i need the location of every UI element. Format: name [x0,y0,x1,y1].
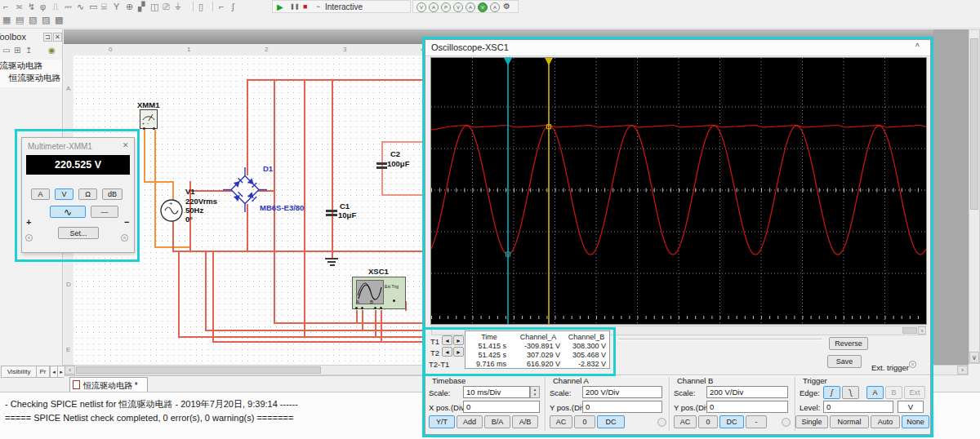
channel-a-zero-button[interactable]: 0 [574,415,595,428]
minus-terminal[interactable] [121,234,128,242]
component-icon[interactable]: ◫ [150,2,158,11]
channel-a-scale-input[interactable]: 200 V/Div [582,386,662,398]
component-icon[interactable]: ↯ [28,2,35,11]
falling-edge-button[interactable]: ʃ [842,386,859,399]
save-button[interactable]: Save [827,355,862,368]
run-button[interactable]: ▶ [277,2,283,11]
trigger-level-unit-select[interactable]: V [898,401,924,413]
multimeter-window[interactable]: Multimeter-XMM1 ✕ 220.525 V A V Ω dB ∿ —… [21,137,135,253]
xmm1-terminal[interactable] [143,127,145,130]
channel-b-terminal[interactable] [782,418,791,427]
scope-titlebar[interactable]: Oscilloscope-XSC1 ^ [425,40,930,56]
pause-button[interactable]: ❚❚ [290,3,300,10]
tree-item-project[interactable]: 恒流驱动电路 [0,60,63,72]
tab-visibility[interactable]: Visibility [1,366,37,378]
timebase-xpos-input[interactable]: 0 [463,401,540,413]
component-icon[interactable]: Y [114,2,119,11]
mode-ohm-button[interactable]: Ω [78,188,97,200]
xsc1-terminal[interactable] [355,307,358,309]
ba-mode-button[interactable]: B/A [484,415,510,428]
delete-icon[interactable]: ▯ [198,2,203,11]
capacitor-c1-plate[interactable] [326,214,337,216]
instant-voltage-probe-icon[interactable]: V [478,2,488,12]
reverse-button[interactable]: Reverse [829,337,868,350]
mode-volt-button[interactable]: V [55,188,74,200]
trigger-level-input[interactable]: 0 [823,401,893,413]
probe-settings-gear-icon[interactable]: ⚙ [503,2,510,11]
plus-terminal[interactable] [25,234,33,242]
component-icon[interactable]: ▞ [138,2,145,11]
up-icon[interactable]: ↥ [25,47,32,55]
scroll-right-button[interactable]: › [957,366,968,375]
component-icon[interactable]: φ [40,2,46,11]
hscroll-thumb[interactable] [76,366,321,374]
multimeter-component[interactable]: + − [140,109,158,129]
component-icon[interactable]: ∿ [77,2,84,11]
mode-ampere-button[interactable]: A [31,188,50,200]
channel-a-ac-button[interactable]: AC [550,415,572,428]
channel-b-dc-button[interactable]: DC [719,415,744,428]
graphic-tool-icon[interactable]: ▦ [2,16,11,24]
set-button[interactable]: Set... [58,227,99,239]
graphic-tool-icon[interactable]: ▩ [55,16,63,24]
component-icon[interactable]: ≍ [16,2,23,11]
open-icon[interactable]: ⊞ [14,47,20,55]
rising-edge-button[interactable]: ʃ [823,386,840,399]
trigger-source-ext-button[interactable]: Ext [904,386,925,399]
graphic-tool-icon[interactable]: ▧ [29,16,37,24]
trigger-normal-button[interactable]: Normal [830,415,869,428]
component-icon[interactable]: ⊕ [126,2,133,11]
component-icon[interactable]: ⎍ [52,2,59,11]
add-mode-button[interactable]: Add [457,415,483,428]
edge-tool-icon[interactable]: ʃ [232,2,234,11]
timebase-scale-input[interactable]: 10 ms/Div [463,386,530,398]
timebase-scale-spinner[interactable]: ▴ ▾ [530,386,540,398]
xsc1-terminal[interactable] [374,307,376,309]
toolbox-titlebar[interactable]: Toolbox ⊐ ✕ [0,31,63,44]
channel-b-ypos-input[interactable]: 0 [706,401,788,413]
trigger-source-b-button[interactable]: B [885,386,902,399]
spinner-down-icon[interactable]: ▾ [531,392,539,397]
channel-b-scale-input[interactable]: 200 V/Div [706,386,788,398]
component-icon[interactable]: ⌸ [101,2,107,11]
ext-trigger-terminal[interactable] [909,361,916,368]
close-icon[interactable]: ✕ [122,141,129,149]
oscilloscope-window[interactable]: Oscilloscope-XSC1 ^ › T1 ◄ ► T2 ◄ ► T2-T… [425,39,931,435]
current-probe2-icon[interactable]: A [466,2,475,12]
yt-mode-button[interactable]: Y/T [429,415,455,428]
canvas-vscrollbar[interactable]: ∨ [969,29,980,364]
xsc1-ext-terminal[interactable] [393,299,395,302]
channel-b-minus-button[interactable]: - [746,415,767,428]
trigger-none-button[interactable]: None [902,415,929,428]
t1-right-button[interactable]: ► [453,335,464,345]
scope-display[interactable] [431,58,926,324]
diff-voltage-probe-icon[interactable]: V [453,2,463,12]
channel-a-ypos-input[interactable]: 0 [582,401,662,413]
t1-left-button[interactable]: ◄ [442,335,452,345]
t2-right-button[interactable]: ► [453,347,464,357]
component-icon[interactable]: ⎚ [163,2,170,11]
component-icon[interactable]: ⌐ [3,2,8,11]
vscroll-thumb[interactable] [970,38,978,210]
new-sheet-icon[interactable]: ▭ [2,47,10,55]
close-icon[interactable]: ✕ [53,33,62,42]
channel-b-zero-button[interactable]: 0 [698,415,718,428]
collapse-icon[interactable]: ^ [915,42,920,51]
phase-probe-icon[interactable]: A [490,2,500,12]
trigger-source-a-button[interactable]: A [866,386,884,399]
power-probe-icon[interactable]: P [441,2,451,12]
channel-a-dc-button[interactable]: DC [597,415,625,428]
wire-tool-icon[interactable]: ⌐ [219,2,224,11]
capacitor-c2-plate[interactable] [376,162,387,165]
interactive-dropdown[interactable]: Interactive [325,2,363,11]
scope-scroll-right-button[interactable]: › [918,326,926,335]
scroll-left-button[interactable]: ‹ [65,366,75,375]
active-sheet-icon[interactable]: ◉ [48,47,56,55]
ab-mode-button[interactable]: A/B [512,415,538,428]
mode-db-button[interactable]: dB [102,188,122,200]
voltage-probe-icon[interactable]: V [416,2,426,12]
scope-hscroll-thumb[interactable] [902,327,917,334]
capacitor-c2-plate[interactable] [376,166,387,169]
channel-b-ac-button[interactable]: AC [674,415,697,428]
channel-a-terminal[interactable] [657,418,666,427]
